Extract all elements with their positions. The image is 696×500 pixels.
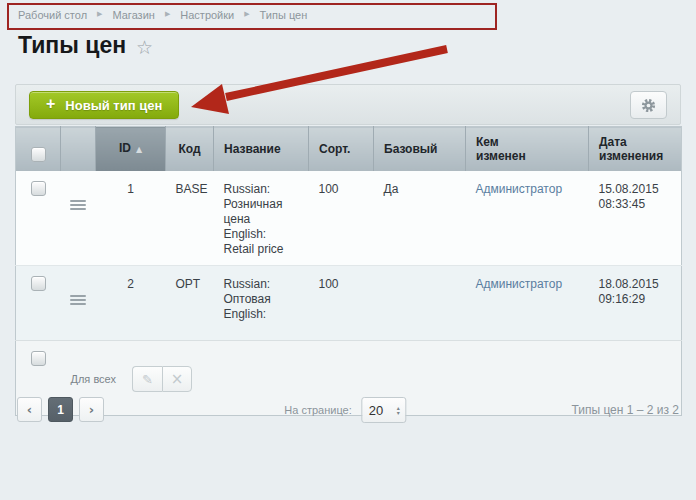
select-all-checkbox[interactable] [31,147,46,162]
row-menu-icon[interactable] [70,198,86,212]
header-base[interactable]: Базовый [374,127,466,172]
row-select-cell [16,171,61,266]
row-select-cell [16,266,61,341]
breadcrumb-item-settings[interactable]: Настройки [180,9,234,21]
breadcrumb-item-desktop[interactable]: Рабочий стол [18,9,87,21]
table-row[interactable]: 2 OPT Russian: Оптовая English: 100 Адми… [16,266,682,341]
row-checkbox[interactable] [31,181,46,196]
row-menu-icon[interactable] [70,293,86,307]
chevron-right-icon: ▶ [165,10,170,18]
header-modified-date[interactable]: Дата изменения [589,127,682,172]
table-row[interactable]: 1 BASE Russian: Розничная цена English: … [16,171,682,266]
header-sort[interactable]: Сорт. [309,127,374,172]
cell-code: OPT [166,266,214,341]
cell-id: 1 [96,171,166,266]
price-types-admin-page: Рабочий стол ▶ Магазин ▶ Настройки ▶ Тип… [0,0,696,500]
cell-modified-date: 15.08.2015 08:33:45 [589,171,682,266]
favorite-star-icon[interactable]: ☆ [136,36,153,58]
row-actions-cell [61,266,96,341]
breadcrumb-item-shop[interactable]: Магазин [112,9,154,21]
price-types-table: ID▲ Код Название Сорт. Базовый Кем измен… [15,126,682,416]
cell-base: Да [374,171,466,266]
sort-asc-icon: ▲ [136,145,142,154]
spinner-arrows-icon: ▴▾ [397,405,400,415]
cell-sort: 100 [309,266,374,341]
new-price-type-label: Новый тип цен [65,98,162,113]
cell-id: 2 [96,266,166,341]
modified-by-link[interactable]: Администратор [476,277,563,291]
per-page-select[interactable]: 20 ▴▾ [362,397,407,423]
header-modified-by[interactable]: Кем изменен [466,127,589,172]
header-select-all-cell [16,127,61,172]
pencil-icon: ✎ [142,372,153,387]
cell-modified-by: Администратор [466,171,589,266]
header-actions-cell [61,127,96,172]
for-all-label: Для всех [71,372,116,387]
toolbar: + Новый тип цен [15,84,681,125]
cell-sort: 100 [309,171,374,266]
edit-selected-button[interactable]: ✎ [132,366,162,392]
table-header-row: ID▲ Код Название Сорт. Базовый Кем измен… [16,127,682,172]
plus-icon: + [46,95,55,113]
breadcrumb-item-price-types[interactable]: Типы цен [260,9,308,21]
current-page-button[interactable]: 1 [48,397,73,422]
breadcrumb: Рабочий стол ▶ Магазин ▶ Настройки ▶ Тип… [18,9,307,21]
page-title: Типы цен [18,32,126,59]
cell-name: Russian: Оптовая English: [214,266,309,341]
group-actions: ✎ × [132,366,192,392]
cell-base [374,266,466,341]
header-code[interactable]: Код [166,127,214,172]
chevron-right-icon: ▶ [97,10,102,18]
next-page-button[interactable]: › [79,397,104,422]
cell-name: Russian: Розничная цена English: Retail … [214,171,309,266]
close-icon: × [171,370,184,388]
header-id[interactable]: ID▲ [96,127,166,172]
cell-code: BASE [166,171,214,266]
row-checkbox[interactable] [31,276,46,291]
prev-page-button[interactable]: ‹ [17,397,42,422]
delete-selected-button[interactable]: × [162,366,192,392]
select-all-footer-checkbox[interactable] [31,351,46,366]
grid-settings-button[interactable] [630,91,667,119]
page-nav: ‹ 1 › [17,397,104,422]
new-price-type-button[interactable]: + Новый тип цен [29,91,179,119]
pagination-bar: ‹ 1 › На странице: 20 ▴▾ Типы цен 1 – 2 … [15,397,681,425]
per-page-label: На странице: [284,404,351,416]
per-page-value: 20 [369,403,383,418]
chevron-right-icon: ▶ [244,10,249,18]
title-row: Типы цен ☆ [18,32,153,59]
per-page-control: На странице: 20 ▴▾ [284,397,406,423]
row-actions-cell [61,171,96,266]
gear-icon [640,97,657,114]
modified-by-link[interactable]: Администратор [476,182,563,196]
records-summary: Типы цен 1 – 2 из 2 [571,403,679,417]
header-name[interactable]: Название [214,127,309,172]
cell-modified-date: 18.08.2015 09:16:29 [589,266,682,341]
cell-modified-by: Администратор [466,266,589,341]
